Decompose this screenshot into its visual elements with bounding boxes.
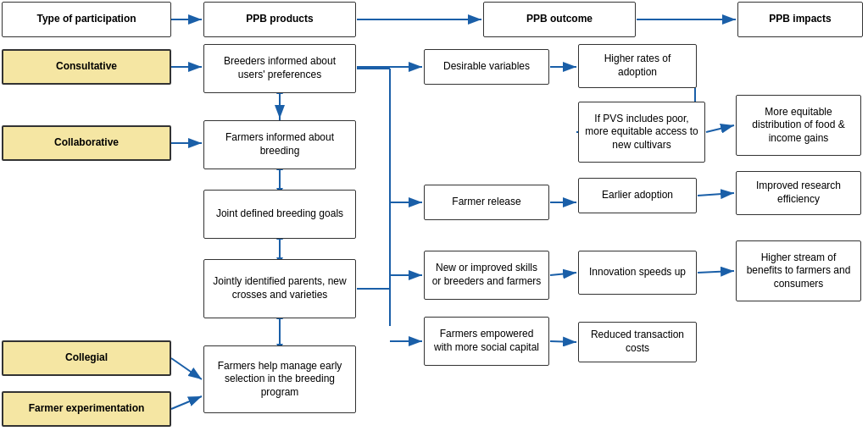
earlier-adoption-box: Earlier adoption (578, 178, 697, 213)
farmer-experimentation-box: Farmer experimentation (2, 391, 171, 427)
ppb-impacts-header: PPB impacts (737, 2, 863, 37)
svg-line-23 (171, 396, 202, 409)
ppb-products-header: PPB products (203, 2, 356, 37)
breeders-informed-box: Breeders informed about users' preferenc… (203, 44, 356, 93)
if-pvs-box: If PVS includes poor, more equitable acc… (578, 102, 705, 163)
diagram: Type of participation PPB products PPB o… (0, 0, 868, 442)
jointly-identified-box: Jointly identified parents, new crosses … (203, 259, 356, 318)
reduced-transaction-box: Reduced transaction costs (578, 322, 697, 362)
svg-line-34 (550, 341, 576, 342)
desirable-variables-box: Desirable variables (424, 49, 549, 85)
collegial-box: Collegial (2, 340, 171, 376)
svg-line-32 (550, 273, 576, 275)
farmers-informed-box: Farmers informed about breeding (203, 120, 356, 169)
farmers-help-box: Farmers help manage early selection in t… (203, 345, 356, 413)
joint-breeding-box: Joint defined breeding goals (203, 190, 356, 239)
svg-line-22 (171, 358, 202, 379)
improved-research-box: Improved research efficiency (736, 171, 861, 215)
higher-stream-box: Higher stream of benefits to farmers and… (736, 240, 861, 301)
new-skills-box: New or improved skills or breeders and f… (424, 251, 549, 300)
svg-line-31 (698, 193, 734, 196)
farmers-empowered-box: Farmers empowered with more social capit… (424, 317, 549, 366)
higher-rates-box: Higher rates of adoption (578, 44, 697, 88)
farmer-release-box: Farmer release (424, 185, 549, 220)
svg-line-33 (698, 271, 734, 273)
innovation-speeds-box: Innovation speeds up (578, 251, 697, 295)
consultative-box: Consultative (2, 49, 171, 85)
svg-line-35 (706, 125, 734, 132)
type-of-participation-header: Type of participation (2, 2, 171, 37)
ppb-outcome-header: PPB outcome (483, 2, 636, 37)
more-equitable-box: More equitable distribution of food & in… (736, 95, 861, 156)
collaborative-box: Collaborative (2, 125, 171, 161)
